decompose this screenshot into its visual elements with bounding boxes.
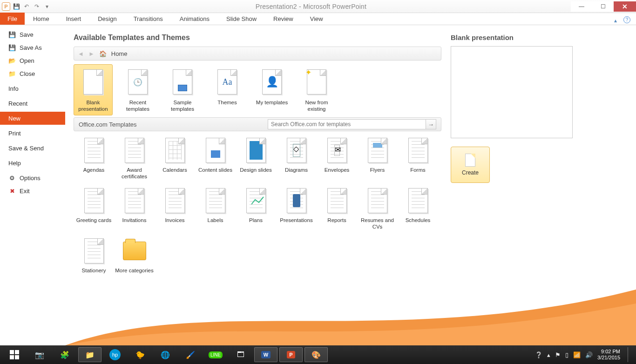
taskbar-app-puzzle[interactable]: 🧩 [53,347,76,362]
category-agendas[interactable]: Agendas [74,135,114,185]
folder-category-icon [81,186,107,215]
taskbar-app-hp[interactable]: hp [103,347,127,362]
taskbar-app-brush[interactable]: 🖌️ [179,347,202,362]
sidebar-item-info[interactable]: Info [0,82,65,95]
tab-design[interactable]: Design [89,13,125,25]
sidebar-item-print[interactable]: Print [0,127,65,140]
category-envelopes[interactable]: ✉Envelopes [317,135,357,185]
title-bar: P 💾 ↶ ↷ ▾ Presentation2 - Microsoft Powe… [0,0,636,13]
nav-back-icon[interactable]: ◄ [78,50,84,57]
minimize-button[interactable]: — [571,1,592,12]
tab-slideshow[interactable]: Slide Show [218,13,265,25]
sidebar-item-label: Save & Send [8,145,44,152]
tray-flag-icon[interactable]: ⚑ [555,351,561,358]
taskbar-app-paint[interactable]: 🎨 [304,347,328,362]
category-invoices[interactable]: Invoices [155,185,195,236]
folder-category-icon [324,186,350,215]
tile-recent-templates[interactable]: 🕒 Recent templates [118,64,157,115]
nav-forward-icon[interactable]: ► [88,50,95,57]
taskbar-app-word[interactable]: W [254,347,277,362]
create-button-label: Create [462,169,479,176]
sidebar-item-close[interactable]: 📁Close [0,67,65,80]
tile-sample-templates[interactable]: Sample templates [163,64,202,115]
maximize-button[interactable]: ☐ [592,1,614,12]
category-design-slides[interactable]: Design slides [236,135,276,185]
save-icon: 💾 [8,31,16,38]
category-flyers[interactable]: Flyers [357,135,398,185]
category-labels[interactable]: Labels [195,185,236,236]
qat-dropdown-icon[interactable]: ▾ [43,2,51,11]
sidebar-item-label: Save As [20,44,42,51]
tab-animations[interactable]: Animations [171,13,218,25]
create-button[interactable]: Create [451,147,490,183]
taskbar-app-line[interactable]: LINE [204,347,227,362]
tile-label: Greeting cards [76,217,111,223]
sidebar-item-save[interactable]: 💾Save [0,28,65,41]
tile-label: Design slides [240,167,271,173]
redo-icon[interactable]: ↷ [33,2,41,11]
sidebar-item-save-send[interactable]: Save & Send [0,142,65,155]
show-desktop-button[interactable] [628,347,630,362]
preview-panel: Blank presentation Create [451,34,628,345]
tray-volume-icon[interactable]: 🔊 [585,351,593,358]
sidebar-item-options[interactable]: ⚙Options [0,171,65,184]
sidebar-item-help[interactable]: Help [0,156,65,169]
minimize-ribbon-icon[interactable]: ▴ [611,16,620,25]
taskbar-app-tiles[interactable]: 🗔 [229,347,252,362]
tab-home[interactable]: Home [25,13,58,25]
tile-themes[interactable]: Aa Themes [208,64,247,115]
search-input[interactable] [268,119,426,129]
sidebar-item-exit[interactable]: ✖Exit [0,184,65,197]
category-more-categories[interactable]: More categories [114,236,155,286]
category-diagrams[interactable]: ◇Diagrams [276,135,317,185]
breadcrumb-item[interactable]: Home [111,50,128,57]
options-icon: ⚙ [8,174,16,182]
panel-heading: Available Templates and Themes [74,34,441,42]
taskbar-app-webcam[interactable]: 📷 [28,347,51,362]
tile-label: Flyers [370,167,385,173]
tile-label: Blank presentation [75,99,111,113]
tile-new-from-existing[interactable]: ✦ New from existing [297,64,336,115]
sidebar-item-recent[interactable]: Recent [0,97,65,110]
tab-review[interactable]: Review [265,13,302,25]
taskbar-app-character[interactable]: 🐤 [129,347,152,362]
sidebar-item-open[interactable]: 📂Open [0,54,65,67]
category-content-slides[interactable]: Content slides [195,135,236,185]
tray-help-icon[interactable]: ❔ [535,351,542,358]
search-go-button[interactable]: → [426,119,436,129]
templates-panel: Available Templates and Themes ◄ ► 🏠 Hom… [74,34,441,345]
tile-my-templates[interactable]: 👤 My templates [252,64,291,115]
save-qat-icon[interactable]: 💾 [12,2,20,11]
tab-transitions[interactable]: Transitions [125,13,171,25]
category-plans[interactable]: Plans [236,185,276,236]
category-calendars[interactable]: Calendars [155,135,195,185]
tray-chevron-icon[interactable]: ▴ [547,351,550,358]
tray-clock[interactable]: 9:02 PM 3/21/2015 [597,349,620,360]
taskbar-app-chrome[interactable]: 🌐 [154,347,177,362]
start-button[interactable] [3,347,26,362]
category-forms[interactable]: Forms [398,135,438,185]
undo-icon[interactable]: ↶ [22,2,31,11]
close-button[interactable]: ✕ [614,1,636,12]
category-presentations[interactable]: Presentations [276,185,317,236]
help-icon[interactable]: ? [623,16,630,23]
category-award-certificates[interactable]: Award certificates [114,135,155,185]
category-invitations[interactable]: Invitations [114,185,155,236]
home-icon[interactable]: 🏠 [99,50,107,57]
tab-insert[interactable]: Insert [58,13,90,25]
tray-battery-icon[interactable]: ▯ [565,351,568,358]
taskbar-app-explorer[interactable]: 📁 [78,347,101,362]
sidebar-item-save-as[interactable]: 💾Save As [0,41,65,54]
tab-file[interactable]: File [0,13,25,25]
sidebar-item-new[interactable]: New [0,112,65,125]
category-schedules[interactable]: Schedules [398,185,438,236]
category-reports[interactable]: Reports [317,185,357,236]
tab-view[interactable]: View [302,13,332,25]
category-greeting-cards[interactable]: Greeting cards [74,185,114,236]
folder-category-icon: ✉ [324,136,350,165]
tile-blank-presentation[interactable]: Blank presentation [74,64,113,115]
category-stationery[interactable]: Stationery [74,236,114,286]
tray-network-icon[interactable]: 📶 [573,351,581,358]
taskbar-app-powerpoint[interactable]: P [279,347,303,362]
category-resumes-and-cvs[interactable]: Resumes and CVs [357,185,398,236]
